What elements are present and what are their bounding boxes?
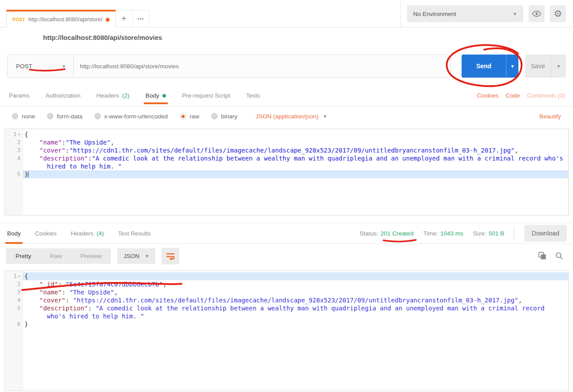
response-tab-headers[interactable]: Headers(4)	[71, 223, 104, 244]
request-tab-bar: POST http://localhost:8080/api/store/ + …	[6, 10, 150, 27]
line-number-value: 2	[17, 138, 20, 146]
download-button[interactable]: Download	[524, 225, 567, 242]
code-line[interactable]: 2 "name":"The Upside",	[5, 138, 568, 146]
content-type-value: JSON (application/json)	[256, 113, 319, 120]
tab-method-badge: POST	[12, 17, 25, 22]
code-line-text: }	[23, 320, 568, 328]
code-line[interactable]: 5 "description": "A comedic look at the …	[5, 304, 568, 320]
save-button[interactable]: Save	[525, 55, 551, 78]
more-tabs-button[interactable]: •••	[133, 10, 150, 27]
comments-link[interactable]: Comments (0)	[527, 92, 565, 99]
request-tabs: ParamsAuthorizationHeaders(2)BodyPre-req…	[0, 85, 573, 106]
send-button[interactable]: Send	[462, 55, 506, 78]
tab-body[interactable]: Body	[146, 85, 166, 106]
code-line[interactable]: 1▾{	[5, 130, 568, 138]
tab-count: (4)	[97, 230, 104, 237]
code-line[interactable]: 5}	[5, 170, 568, 178]
body-mode-binary[interactable]: binary	[211, 113, 237, 120]
cookies-link[interactable]: Cookies	[477, 92, 498, 99]
tab-params[interactable]: Params	[9, 85, 30, 106]
body-mode-form-data[interactable]: form-data	[47, 113, 83, 120]
request-body-editor[interactable]: 1▾{2 "name":"The Upside",3 "cover":"http…	[4, 129, 569, 216]
response-format-select[interactable]: JSON ▼	[117, 248, 155, 264]
tab-pre-request-script[interactable]: Pre-request Script	[182, 85, 230, 106]
line-number: 3	[5, 288, 23, 296]
tab-label: Headers	[96, 92, 119, 99]
code-link[interactable]: Code	[506, 92, 520, 99]
code-line-text: "name":"The Upside",	[23, 138, 568, 146]
environment-quick-look-button[interactable]	[529, 5, 545, 22]
body-mode-x-www-form-urlencoded[interactable]: x-www-form-urlencoded	[95, 113, 168, 120]
send-options-button[interactable]: ▼	[506, 55, 518, 78]
chevron-down-icon: ▼	[510, 64, 515, 69]
code-line-text: "_id": "5c4e715fa74c07dbbb6ecb7b",	[23, 280, 568, 288]
fold-arrow-icon[interactable]: ▾	[18, 130, 20, 138]
tab-headers[interactable]: Headers(2)	[96, 85, 130, 106]
line-number: 3	[5, 146, 23, 154]
line-number: 2	[5, 138, 23, 146]
code-token: "5c4e715fa74c07dbbb6ecb7b"	[66, 281, 163, 288]
code-token: :	[88, 305, 95, 312]
view-preview[interactable]: Preview	[71, 248, 111, 264]
line-number: 2	[5, 280, 23, 288]
ellipsis-icon: •••	[138, 16, 144, 21]
body-mode-none[interactable]: none	[12, 113, 35, 120]
line-number: 5	[5, 170, 23, 178]
code-line[interactable]: 2 "_id": "5c4e715fa74c07dbbb6ecb7b",	[5, 280, 568, 288]
method-select-value: POST	[16, 63, 32, 70]
line-number: 4	[5, 154, 23, 170]
request-tab[interactable]: POST http://localhost:8080/api/store/	[6, 10, 116, 27]
code-line[interactable]: 4 "cover": "https://cdn1.thr.com/sites/d…	[5, 296, 568, 304]
code-line[interactable]: 1▾{	[5, 272, 568, 280]
save-options-button[interactable]: ▼	[551, 55, 566, 78]
response-tab-test-results[interactable]: Test Results	[118, 223, 151, 244]
code-token: "A comedic look at the relationship betw…	[47, 155, 567, 170]
save-button-group: Save ▼	[525, 55, 566, 78]
code-line[interactable]: 6}	[5, 320, 568, 328]
code-token: }	[24, 321, 28, 328]
code-token: "cover"	[24, 297, 66, 304]
view-raw[interactable]: Raw	[40, 248, 71, 264]
time-label: Time:	[423, 230, 438, 237]
tab-tests[interactable]: Tests	[246, 85, 260, 106]
line-number: 6	[5, 320, 23, 328]
new-tab-button[interactable]: +	[116, 10, 133, 27]
search-button[interactable]	[555, 252, 563, 260]
code-token: "name"	[24, 289, 62, 296]
send-button-group: Send ▼	[462, 55, 518, 78]
url-builder-row: POST ▼ Send ▼ Save ▼	[0, 47, 573, 85]
url-input[interactable]	[74, 55, 450, 78]
status-value: 201 Created	[380, 230, 413, 237]
code-token: ,	[514, 147, 518, 154]
status-badge: Status: 201 Created	[360, 230, 413, 237]
body-mode-raw[interactable]: raw	[180, 113, 199, 120]
settings-button[interactable]: ⚙	[550, 5, 566, 22]
code-token: :	[66, 147, 69, 154]
request-title-bar: http://localhost:8080/api/store/movies	[0, 27, 573, 47]
tab-authorization[interactable]: Authorization	[46, 85, 81, 106]
response-tab-cookies[interactable]: Cookies	[35, 223, 57, 244]
environment-select[interactable]: No Environment ▼	[407, 5, 523, 22]
tab-label: Tests	[246, 92, 260, 99]
beautify-link[interactable]: Beautify	[539, 113, 561, 120]
status-label: Status:	[360, 230, 378, 237]
radio-label: x-www-form-urlencoded	[104, 113, 168, 120]
chevron-down-icon: ▼	[323, 114, 327, 119]
method-select[interactable]: POST ▼	[7, 55, 74, 78]
wrap-lines-button[interactable]	[162, 248, 179, 264]
code-token: "The Upside"	[69, 289, 114, 296]
content-type-select[interactable]: JSON (application/json) ▼	[256, 113, 328, 120]
copy-button[interactable]	[538, 252, 546, 260]
code-line-text: "description": "A comedic look at the re…	[23, 304, 568, 320]
app-header: POST http://localhost:8080/api/store/ + …	[0, 0, 573, 27]
code-line[interactable]: 3 "cover":"https://cdn1.thr.com/sites/de…	[5, 146, 568, 154]
view-pretty[interactable]: Pretty	[6, 248, 40, 264]
code-line-text: "name": "The Upside",	[23, 288, 568, 296]
text-cursor	[28, 171, 28, 177]
response-body-editor[interactable]: 1▾{2 "_id": "5c4e715fa74c07dbbb6ecb7b",3…	[4, 270, 569, 391]
code-line[interactable]: 3 "name": "The Upside",	[5, 288, 568, 296]
response-tab-body[interactable]: Body	[7, 223, 21, 244]
code-line[interactable]: 4 "description":"A comedic look at the r…	[5, 154, 568, 170]
response-tabs: BodyCookiesHeaders(4)Test Results	[7, 223, 151, 244]
fold-arrow-icon[interactable]: ▾	[18, 272, 20, 280]
